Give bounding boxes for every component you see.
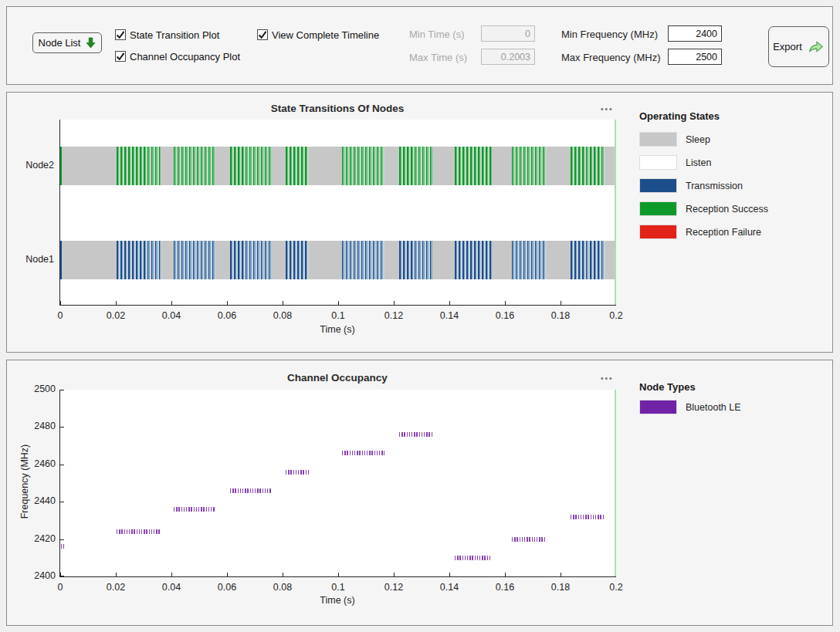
x-tick-mark <box>394 301 395 305</box>
state-transitions-panel: State Transitions Of Nodes ••• Node2Node… <box>6 92 833 353</box>
timeline-cursor-line <box>615 120 616 305</box>
node-types-legend-title: Node Types <box>639 381 696 393</box>
channel-occupancy-segment <box>117 529 161 534</box>
legend-label: Listen <box>686 157 711 168</box>
x-tick-label: 0.16 <box>496 310 514 321</box>
y-tick-label: 2460 <box>22 458 56 469</box>
export-label: Export <box>773 41 802 52</box>
checkbox-state-transition-plot[interactable]: State Transition Plot <box>115 29 219 41</box>
checkbox-channel-occupancy-plot[interactable]: Channel Occupancy Plot <box>115 50 240 63</box>
checkbox-view-complete-timeline[interactable]: View Complete Timeline <box>257 29 379 41</box>
legend-swatch <box>639 400 677 414</box>
channel-occupancy-segment <box>512 537 547 542</box>
x-tick-label: 0.04 <box>162 310 181 321</box>
chart-options-icon[interactable]: ••• <box>601 105 614 113</box>
x-tick-label: 0.2 <box>609 310 622 321</box>
state-burst <box>512 241 547 279</box>
state-burst <box>117 147 161 185</box>
legend-label: Transmission <box>686 181 743 191</box>
x-tick-mark <box>60 301 61 305</box>
channel-occupancy-panel: Channel Occupancy ••• Frequency (MHz) 24… <box>6 360 833 626</box>
node-list-label: Node List <box>39 37 81 49</box>
x-tick-mark <box>60 573 61 576</box>
x-tick-mark <box>171 301 172 305</box>
share-arrow-icon <box>808 39 825 54</box>
x-tick-mark <box>561 301 561 305</box>
x-tick-mark <box>283 573 283 576</box>
legend-item: Reception Success <box>639 201 768 216</box>
state-burst <box>174 147 215 185</box>
channel-occupancy-segment <box>286 470 309 475</box>
y-tick-mark <box>60 465 64 465</box>
state-burst <box>174 241 215 279</box>
min-frequency-input[interactable] <box>668 25 722 42</box>
channel-occupancy-segment <box>571 515 605 519</box>
x-tick-label: 0.1 <box>331 582 344 593</box>
channel-occupancy-segment <box>174 507 215 512</box>
chart-options-icon[interactable]: ••• <box>601 374 614 383</box>
x-tick-mark <box>561 573 561 576</box>
y-tick-mark <box>60 539 64 540</box>
initial-state-mark <box>60 241 62 279</box>
legend-swatch <box>639 132 677 147</box>
state-burst <box>117 241 161 279</box>
x-tick-mark <box>283 301 283 305</box>
legend-label: Reception Success <box>686 204 768 215</box>
x-tick-label: 0.12 <box>384 310 403 321</box>
timeline-cursor-line <box>615 390 616 576</box>
x-tick-mark <box>449 301 450 305</box>
state-burst <box>230 147 271 185</box>
max-time-label: Max Time (s) <box>409 52 467 63</box>
x-tick-mark <box>394 573 395 576</box>
channel-occupancy-plot-area: Frequency (MHz) 240024202440246024802500… <box>59 390 616 577</box>
y-tick-label: 2400 <box>22 570 56 581</box>
state-burst <box>230 241 271 279</box>
legend-label: Bluetooth LE <box>686 402 741 413</box>
max-frequency-label: Max Frequency (MHz) <box>561 52 661 63</box>
operating-states-legend-title: Operating States <box>639 110 720 122</box>
state-burst <box>286 241 309 279</box>
checkbox-checked-icon[interactable] <box>115 51 126 62</box>
x-tick-mark <box>338 573 339 576</box>
node-list-button[interactable]: Node List <box>32 32 102 53</box>
state-burst <box>455 241 493 279</box>
checkbox-checked-icon[interactable] <box>257 29 268 40</box>
x-axis-title: Time (s) <box>59 324 615 335</box>
y-tick-label: 2480 <box>22 421 56 431</box>
y-tick-mark <box>60 390 64 390</box>
max-frequency-input[interactable] <box>668 49 722 65</box>
channel-occupancy-segment <box>342 451 384 455</box>
x-tick-label: 0.08 <box>273 582 292 593</box>
y-tick-mark <box>60 502 64 502</box>
min-time-label: Min Time (s) <box>409 29 465 40</box>
min-time-input[interactable] <box>481 25 535 42</box>
operating-states-legend: SleepListenTransmissionReception Success… <box>639 132 768 248</box>
x-tick-mark <box>171 573 172 576</box>
max-time-input[interactable] <box>481 49 535 65</box>
x-tick-label: 0.06 <box>218 582 236 593</box>
x-tick-label: 0.12 <box>384 582 403 593</box>
state-burst <box>342 241 384 279</box>
checkbox-label: State Transition Plot <box>130 29 219 41</box>
legend-label: Reception Failure <box>686 227 761 238</box>
channel-occupancy-segment <box>399 432 433 437</box>
x-tick-label: 0 <box>58 582 63 593</box>
legend-swatch <box>639 178 677 193</box>
export-button[interactable]: Export <box>768 26 829 67</box>
state-chart-title: State Transitions Of Nodes <box>59 103 615 114</box>
arrow-down-icon <box>86 37 96 49</box>
x-tick-label: 0.16 <box>496 582 514 593</box>
x-tick-label: 0.06 <box>218 310 236 321</box>
channel-occupancy-segment <box>230 488 271 493</box>
y-tick-label: 2440 <box>22 495 56 506</box>
x-tick-label: 0.04 <box>162 582 181 593</box>
state-track <box>60 241 616 279</box>
y-axis-title: Frequency (MHz) <box>19 424 30 539</box>
legend-swatch <box>639 155 677 170</box>
y-tick-label: 2500 <box>22 384 56 394</box>
x-tick-label: 0.2 <box>609 582 622 593</box>
initial-state-mark <box>60 147 62 185</box>
x-tick-label: 0.14 <box>440 582 459 593</box>
checkbox-checked-icon[interactable] <box>115 29 126 40</box>
legend-item: Sleep <box>639 132 768 147</box>
